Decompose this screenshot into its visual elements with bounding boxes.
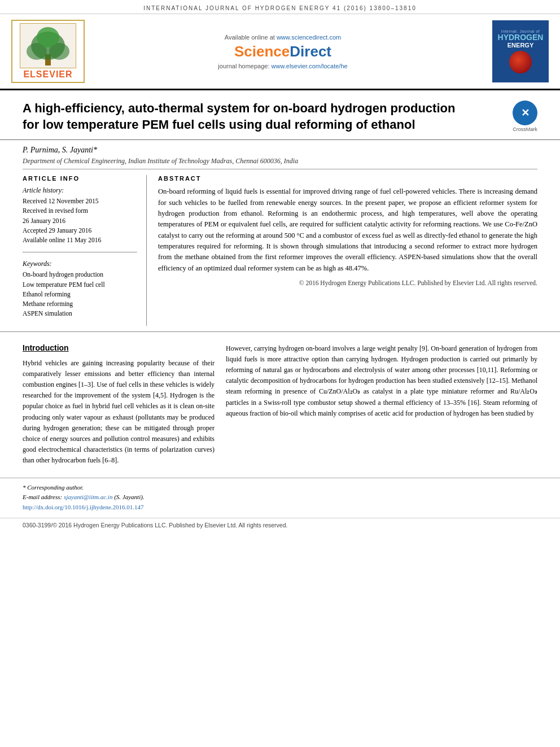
keyword-4: Methane reforming [23,299,137,309]
abstract-copyright: © 2016 Hydrogen Energy Publications LLC.… [158,279,537,286]
authors: P. Purnima, S. Jayanti* [23,146,537,155]
elsevier-tree-icon [20,23,76,68]
journal-home-url[interactable]: www.elsevier.com/locate/he [272,63,348,69]
keyword-5: ASPEN simulation [23,309,137,318]
crossmark-icon[interactable] [513,101,537,125]
available-online-text: Available online at www.sciencedirect.co… [85,34,481,41]
right-column: However, carrying hydrogen on-board invo… [226,343,537,466]
doi-link[interactable]: http://dx.doi.org/10.1016/j.ijhydene.201… [23,504,144,510]
doi-line: http://dx.doi.org/10.1016/j.ijhydene.201… [23,503,537,513]
article-info-title: ARTICLE INFO [23,175,137,182]
footer-bar: 0360-3199/© 2016 Hydrogen Energy Publica… [0,518,560,532]
received-revised-label: Received in revised form [23,206,137,216]
accepted-date: Accepted 29 January 2016 [23,226,137,235]
corresponding-author-label: * Corresponding author. [23,483,537,493]
article-info-abstract: ARTICLE INFO Article history: Received 1… [0,169,560,332]
article-history-block: Article history: Received 12 November 20… [23,186,137,245]
article-history-heading: Article history: [23,186,137,195]
center-header: Available online at www.sciencedirect.co… [85,34,481,69]
left-column: Introduction Hybrid vehicles are gaining… [23,343,215,466]
journal-logo-name: HYDROGEN ENERGY [498,33,544,49]
affiliation: Department of Chemical Engineering, Indi… [23,157,537,165]
keywords-heading: Keywords: [23,260,137,268]
footnote-section: * Corresponding author. E-mail address: … [0,478,560,518]
journal-homepage: journal homepage: www.elsevier.com/locat… [85,63,481,69]
elsevier-brand-name: ELSEVIER [23,69,72,80]
elsevier-logo: ELSEVIER [11,20,85,83]
available-online-date: Available online 11 May 2016 [23,235,137,245]
sciencedirect-url[interactable]: www.sciencedirect.com [277,34,341,41]
body-section: Introduction Hybrid vehicles are gaining… [0,332,560,478]
article-info: ARTICLE INFO Article history: Received 1… [23,175,147,326]
received-date: Received 12 November 2015 [23,196,137,206]
abstract-title: ABSTRACT [158,175,537,182]
svg-point-5 [37,27,59,47]
keyword-3: Ethanol reforming [23,290,137,299]
header-section: ELSEVIER Available online at www.science… [0,14,560,90]
footer-text: 0360-3199/© 2016 Hydrogen Energy Publica… [23,522,287,528]
revised-date: 26 January 2016 [23,216,137,226]
keywords-block: Keywords: On-board hydrogen production L… [23,260,137,318]
journal-logo-graphic [509,51,532,73]
crossmark-label: CrossMark [513,126,537,132]
email-line: E-mail address: sjayanti@iitm.ac.in (S. … [23,492,537,503]
authors-section: P. Purnima, S. Jayanti* Department of Ch… [0,140,560,169]
abstract-section: ABSTRACT On-board reforming of liquid fu… [158,175,537,326]
email-link[interactable]: sjayanti@iitm.ac.in [64,493,113,500]
crossmark[interactable]: CrossMark [513,101,537,132]
sciencedirect-title: ScienceDirect [85,43,481,60]
keyword-2: Low temperature PEM fuel cell [23,280,137,290]
top-bar: INTERNATIONAL JOURNAL OF HYDROGEN ENERGY… [0,0,560,14]
article-title-section: A high-efficiency, auto-thermal system f… [0,90,560,140]
left-body-text: Hybrid vehicles are gaining increasing p… [23,358,215,466]
journal-logo: Internat. Journal of HYDROGEN ENERGY [481,20,549,82]
journal-title: INTERNATIONAL JOURNAL OF HYDROGEN ENERGY… [143,5,417,11]
article-title: A high-efficiency, auto-thermal system f… [23,101,474,133]
intro-heading: Introduction [23,343,215,352]
abstract-text: On-board reforming of liquid fuels is es… [158,186,537,274]
keyword-1: On-board hydrogen production [23,270,137,279]
right-body-text: However, carrying hydrogen on-board invo… [226,343,537,419]
